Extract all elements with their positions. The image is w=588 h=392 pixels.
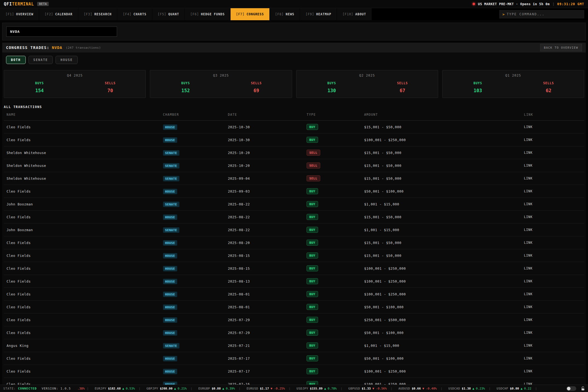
- cell-amount: $15,001 - $50,000: [364, 151, 524, 155]
- cell-type: BUY: [307, 252, 364, 259]
- disclosure-link[interactable]: LINK: [524, 356, 581, 360]
- buys-value: 130: [296, 88, 367, 93]
- disclosure-link[interactable]: LINK: [524, 344, 581, 347]
- fx-pair: GBPUSD: [348, 387, 360, 390]
- fx-price: $208.00: [160, 387, 172, 390]
- tab[interactable]: [F4] CHARTS: [117, 8, 152, 20]
- command-box[interactable]: >: [499, 10, 584, 18]
- cell-date: 2025-08-01: [228, 292, 307, 296]
- market-status-dot-icon: [473, 3, 475, 5]
- cell-date: 2025-08-22: [228, 202, 307, 206]
- command-input[interactable]: [507, 12, 581, 16]
- cell-type: BUY: [307, 201, 364, 207]
- tab[interactable]: [F9] HEATMAP: [300, 8, 337, 20]
- fx-ticker-wrap: AUDUSD $0.66 ▼ -0.40% |: [395, 387, 443, 390]
- disclosure-link[interactable]: LINK: [524, 228, 581, 232]
- cell-date: 2025-10-20: [228, 164, 307, 168]
- fx-price: $0.88: [212, 387, 221, 390]
- tab[interactable]: [F5] QUANT: [152, 8, 185, 20]
- disclosure-link[interactable]: LINK: [524, 189, 581, 193]
- table-row: Sheldon Whitehouse SENATE 2025-10-20 SEL…: [4, 146, 584, 159]
- chamber-badge: HOUSE: [163, 124, 177, 130]
- disclosure-link[interactable]: LINK: [524, 254, 581, 257]
- chamber-badge: SENATE: [163, 176, 179, 181]
- back-to-overview-button[interactable]: BACK TO OVERVIEW: [540, 44, 582, 51]
- cell-name: Cleo Fields: [7, 138, 163, 142]
- disclosure-link[interactable]: LINK: [524, 138, 581, 142]
- chamber-badge: HOUSE: [163, 330, 177, 336]
- disclosure-link[interactable]: LINK: [524, 305, 581, 309]
- cell-chamber: HOUSE: [163, 291, 228, 297]
- fx-ticker-wrap: GBPJPY $208.00 ▲ 0.21% |: [143, 387, 192, 390]
- fx-pair: USDCHF: [497, 387, 508, 390]
- fx-direction-arrow-icon: ▲: [324, 387, 326, 390]
- quarter-label: Q3 2025: [150, 74, 292, 77]
- disclosure-link[interactable]: LINK: [524, 215, 581, 219]
- cell-amount: $50,001 - $100,000: [364, 305, 524, 309]
- disclosure-link[interactable]: LINK: [524, 331, 581, 335]
- trade-type-badge: SELL: [307, 162, 320, 169]
- unlock-icon[interactable]: [581, 387, 585, 391]
- tab[interactable]: [F3] RESEARCH: [78, 8, 117, 20]
- disclosure-link[interactable]: LINK: [524, 202, 581, 206]
- table-row: Cleo Fields HOUSE 2025-07-29 BUY $50,001…: [4, 326, 584, 339]
- quarter-label: Q1 2025: [443, 74, 584, 77]
- tab[interactable]: [F1] OVERVIEW: [0, 8, 39, 20]
- trade-type-badge: BUY: [307, 317, 318, 323]
- market-status-text: US MARKET PRE-MKT · Opens in 5h 0m: [478, 2, 550, 6]
- fx-ticker: AUDUSD $0.66 ▼ -0.40%: [398, 387, 437, 390]
- buys-label: BUYS: [150, 81, 221, 85]
- tab-label: OVERVIEW: [16, 12, 33, 16]
- tab[interactable]: [F10] ABOUT: [337, 8, 372, 20]
- cell-type: BUY: [307, 188, 364, 194]
- fx-direction-arrow-icon: ▲: [174, 387, 176, 390]
- tab[interactable]: [F7] CONGRESS: [231, 8, 270, 20]
- buys-label: BUYS: [296, 81, 367, 85]
- table-row: Cleo Fields HOUSE 2025-10-30 BUY $100,00…: [4, 133, 584, 146]
- fx-direction-arrow-icon: ▼: [372, 387, 374, 390]
- partial-ticker-fragment: .38%: [77, 387, 85, 390]
- quarter-label: Q2 2025: [296, 74, 438, 77]
- tab-label: CHARTS: [133, 12, 147, 16]
- disclosure-link[interactable]: LINK: [524, 125, 581, 129]
- cell-amount: $50,001 - $100,000: [364, 331, 524, 335]
- status-separator: |: [552, 2, 554, 6]
- sells-value: 70: [75, 88, 146, 93]
- disclosure-link[interactable]: LINK: [524, 279, 581, 283]
- buys-value: 152: [150, 88, 221, 93]
- trade-type-badge: BUY: [307, 137, 318, 143]
- cell-amount: $15,001 - $50,000: [364, 176, 524, 181]
- cell-name: Sheldon Whitehouse: [7, 151, 163, 155]
- chamber-badge: HOUSE: [163, 253, 177, 259]
- disclosure-link[interactable]: LINK: [524, 176, 581, 180]
- status-bar: STATE: CONNECTED VERSION: 1.0.5 .38% | E…: [0, 385, 588, 392]
- fx-pair: EURJPY: [95, 387, 106, 390]
- tab[interactable]: [F2] CALENDAR: [39, 8, 78, 20]
- ticker-input[interactable]: [6, 27, 117, 37]
- tab[interactable]: [F6] HEDGE FUNDS: [185, 8, 231, 20]
- chamber-filter-button[interactable]: SENATE: [28, 56, 53, 64]
- disclosure-link[interactable]: LINK: [524, 266, 581, 270]
- disclosure-link[interactable]: LINK: [524, 164, 581, 167]
- state-label: STATE:: [3, 387, 16, 390]
- disclosure-link[interactable]: LINK: [524, 151, 581, 155]
- ticker-separator: |: [289, 387, 291, 390]
- disclosure-link[interactable]: LINK: [524, 292, 581, 296]
- chamber-filter-button[interactable]: BOTH: [6, 56, 26, 64]
- table-row: Cleo Fields HOUSE 2025-10-30 BUY $15,001…: [4, 121, 584, 133]
- cell-name: John Boozman: [7, 202, 163, 206]
- tab[interactable]: [F8] NEWS: [270, 8, 300, 20]
- table-row: Sheldon Whitehouse SENATE 2025-09-04 SEL…: [4, 172, 584, 185]
- disclosure-link[interactable]: LINK: [524, 241, 581, 245]
- disclosure-link[interactable]: LINK: [524, 369, 581, 373]
- fx-ticker: EURUSD $1.17 ▼ -0.25%: [246, 387, 285, 390]
- chamber-badge: HOUSE: [163, 266, 177, 271]
- disclosure-link[interactable]: LINK: [524, 318, 581, 322]
- tab-label: CALENDAR: [55, 12, 72, 16]
- table-row: Cleo Fields HOUSE 2025-08-15 BUY $15,001…: [4, 249, 584, 262]
- chamber-filter-button[interactable]: HOUSE: [56, 56, 78, 64]
- ticker-toggle-switch[interactable]: [566, 386, 576, 391]
- fx-change: 0.21%: [177, 387, 187, 390]
- cell-type: BUY: [307, 330, 364, 336]
- cell-chamber: SENATE: [163, 163, 228, 169]
